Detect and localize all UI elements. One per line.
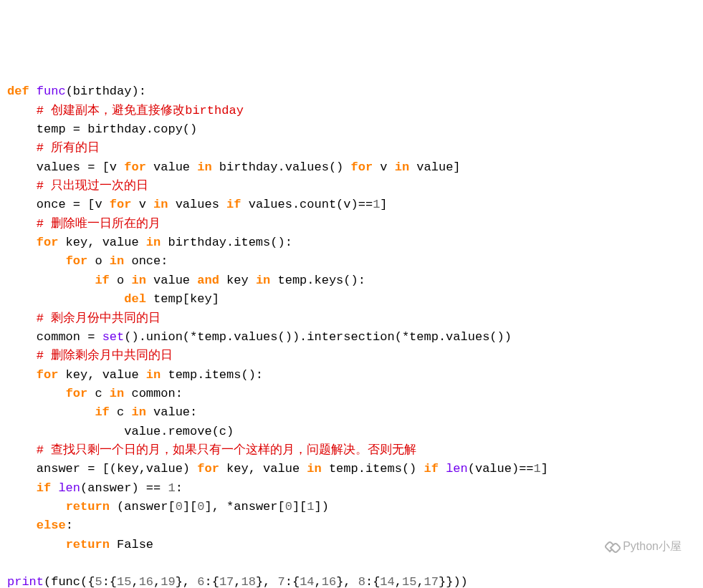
code-block: def func(birthday): # 创建副本，避免直接修改birthda…: [7, 82, 696, 588]
watermark-text: Python小屋: [623, 540, 682, 552]
wechat-icon: [606, 541, 618, 554]
watermark: Python小屋: [606, 538, 682, 556]
